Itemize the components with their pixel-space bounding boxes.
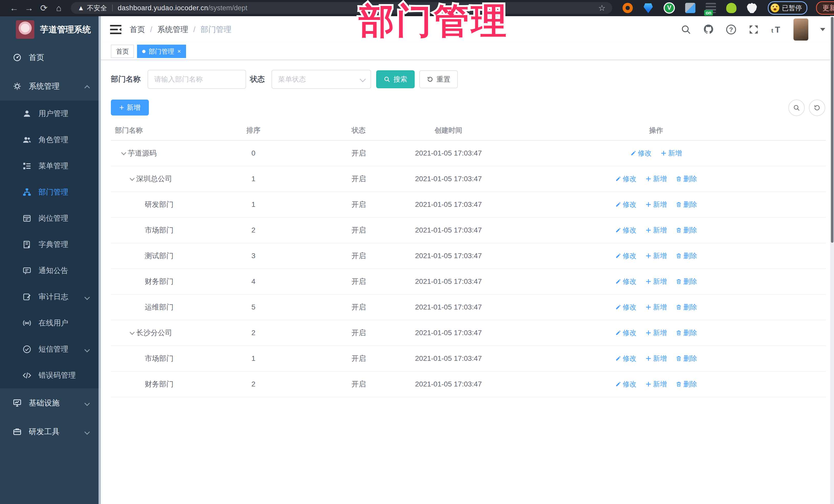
url-domain[interactable]: dashboard.yudao.iocoder.cn [118, 4, 208, 12]
sidebar-item-错误码管理[interactable]: 错误码管理 [0, 363, 101, 389]
delete-link[interactable]: 删除 [676, 200, 697, 209]
sidebar-item-在线用户[interactable]: 在线用户 [0, 310, 101, 336]
edit-label: 修改 [623, 174, 637, 183]
edit-link[interactable]: 修改 [615, 174, 637, 183]
delete-link[interactable]: 删除 [676, 379, 697, 389]
announce-icon [23, 266, 31, 275]
add-link[interactable]: 新增 [645, 225, 667, 235]
edit-link[interactable]: 修改 [615, 354, 637, 363]
home-icon[interactable]: ⌂ [51, 0, 66, 16]
breadcrumb-item-首页[interactable]: 首页 [130, 24, 145, 35]
cell-sort: 5 [200, 303, 307, 311]
green-robot-extension-icon[interactable] [726, 3, 737, 13]
forward-icon[interactable]: → [22, 0, 37, 16]
security-warning-icon[interactable]: ▲ [78, 4, 84, 12]
add-button[interactable]: + 新增 [111, 100, 149, 115]
edit-icon [615, 279, 621, 285]
page-scrollbar-thumb[interactable] [831, 17, 833, 243]
delete-link[interactable]: 删除 [676, 303, 697, 312]
add-label: 新增 [653, 225, 667, 235]
add-link[interactable]: 新增 [645, 200, 667, 209]
security-label[interactable]: 不安全 [87, 4, 107, 13]
edit-link[interactable]: 修改 [615, 379, 637, 389]
add-link[interactable]: 新增 [660, 149, 682, 158]
edit-link[interactable]: 修改 [615, 303, 637, 312]
delete-link[interactable]: 删除 [676, 174, 697, 183]
tree-indent [138, 356, 145, 361]
add-link[interactable]: 新增 [645, 379, 667, 389]
sidebar-item-用户管理[interactable]: 用户管理 [0, 101, 101, 127]
sidebar-item-审计日志[interactable]: 审计日志 [0, 284, 101, 310]
active-tab-dot [142, 50, 146, 53]
search-button[interactable]: 搜索 [376, 70, 415, 88]
sidebar-scrollbar[interactable] [98, 16, 101, 504]
edit-link[interactable]: 修改 [615, 277, 637, 286]
page-scrollbar[interactable] [830, 16, 834, 504]
list-on-extension-icon[interactable]: on [706, 3, 716, 13]
sidebar-item-系统管理[interactable]: 系统管理 [0, 72, 101, 101]
add-link[interactable]: 新增 [645, 251, 667, 261]
font-size-icon[interactable]: tT [771, 24, 782, 35]
sidebar-item-部门管理[interactable]: 部门管理 [0, 179, 101, 205]
tab-首页[interactable]: 首页 [111, 45, 134, 58]
tab-部门管理[interactable]: 部门管理× [137, 45, 186, 58]
sidebar-item-基础设施[interactable]: 基础设施 [0, 389, 101, 417]
sidebar-item-研发工具[interactable]: 研发工具 [0, 417, 101, 446]
toggle-search-button[interactable] [788, 100, 805, 116]
close-icon[interactable]: × [177, 48, 181, 54]
delete-link[interactable]: 删除 [676, 328, 697, 337]
sidebar-item-通知公告[interactable]: 通知公告 [0, 258, 101, 284]
paw-extension-icon[interactable] [747, 3, 757, 13]
edit-link[interactable]: 修改 [615, 225, 637, 235]
sidebar-item-短信管理[interactable]: 短信管理 [0, 336, 101, 363]
edit-link[interactable]: 修改 [615, 251, 637, 261]
sidebar-item-字典管理[interactable]: 字典管理 [0, 232, 101, 258]
user-avatar[interactable] [793, 19, 808, 41]
delete-link[interactable]: 删除 [676, 277, 697, 286]
grid-extension-icon[interactable] [685, 3, 696, 13]
edit-link[interactable]: 修改 [615, 200, 637, 209]
edit-link[interactable]: 修改 [630, 149, 652, 158]
orange-ring-extension-icon[interactable] [622, 3, 633, 13]
delete-icon [676, 330, 682, 336]
delete-link[interactable]: 删除 [676, 354, 697, 363]
github-icon[interactable] [703, 24, 714, 35]
search-icon[interactable] [681, 24, 691, 35]
sidebar-item-首页[interactable]: 首页 [0, 43, 101, 72]
back-icon[interactable]: ← [7, 0, 22, 16]
blue-pin-extension-icon[interactable] [643, 3, 653, 13]
chrome-update-button[interactable]: 更新 [816, 1, 834, 15]
address-bar[interactable]: ▲ 不安全 dashboard.yudao.iocoder.cn /system… [71, 2, 612, 14]
edit-link[interactable]: 修改 [615, 328, 637, 337]
app-logo-row[interactable]: 芋道管理系统 [0, 16, 101, 43]
dept-name-input[interactable] [148, 70, 246, 89]
delete-link[interactable]: 删除 [676, 225, 697, 235]
help-icon[interactable]: ? [726, 24, 737, 35]
delete-link[interactable]: 删除 [676, 251, 697, 261]
reload-icon[interactable]: ⟳ [37, 0, 51, 16]
sidebar-item-角色管理[interactable]: 角色管理 [0, 127, 101, 153]
green-circle-extension-icon[interactable]: V [664, 2, 675, 14]
add-link[interactable]: 新增 [645, 303, 667, 312]
add-link[interactable]: 新增 [645, 277, 667, 286]
chevron-down-icon [359, 76, 366, 82]
url-path[interactable]: /system/dept [208, 4, 247, 12]
add-link[interactable]: 新增 [645, 354, 667, 363]
bookmark-star-icon[interactable]: ☆ [598, 3, 606, 13]
sidebar-item-菜单管理[interactable]: 菜单管理 [0, 153, 101, 179]
caret-down-icon[interactable] [820, 28, 825, 31]
dept-name: 财务部门 [145, 379, 174, 389]
profile-paused-chip[interactable]: 已暂停 [768, 1, 807, 15]
tree-expand-icon[interactable] [130, 176, 136, 181]
tree-expand-icon[interactable] [121, 151, 128, 156]
sidebar-collapse-icon[interactable] [110, 24, 122, 35]
reset-button[interactable]: 重置 [419, 70, 458, 88]
add-link[interactable]: 新增 [645, 174, 667, 183]
status-select[interactable]: 菜单状态 [271, 70, 371, 89]
tree-expand-icon[interactable] [130, 330, 136, 335]
fullscreen-icon[interactable] [748, 24, 759, 35]
refresh-table-button[interactable] [809, 100, 825, 116]
sidebar-item-岗位管理[interactable]: 岗位管理 [0, 205, 101, 232]
breadcrumb-item-系统管理[interactable]: 系统管理 [157, 24, 188, 35]
add-link[interactable]: 新增 [645, 328, 667, 337]
